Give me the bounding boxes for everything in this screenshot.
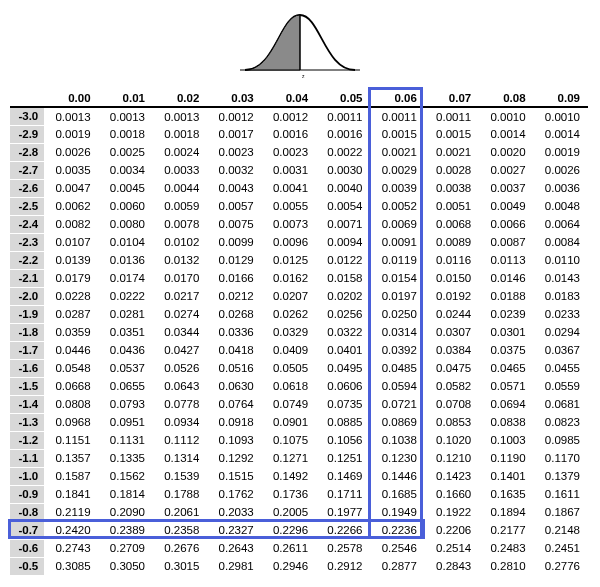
table-cell: 0.0059 (153, 197, 207, 215)
table-cell: 0.1093 (207, 431, 261, 449)
table-row: -0.70.24200.23890.23580.23270.22960.2266… (10, 521, 588, 539)
table-cell: 0.0026 (44, 143, 98, 161)
table-cell: 0.1562 (99, 467, 153, 485)
table-cell: 0.0256 (316, 305, 370, 323)
table-cell: 0.0082 (44, 215, 98, 233)
table-cell: 0.2358 (153, 521, 207, 539)
table-cell: 0.0436 (99, 341, 153, 359)
table-cell: 0.2148 (534, 521, 588, 539)
table-cell: 0.0011 (316, 107, 370, 125)
table-cell: 0.1379 (534, 467, 588, 485)
table-cell: 0.0808 (44, 395, 98, 413)
table-row: -2.10.01790.01740.01700.01660.01620.0158… (10, 269, 588, 287)
table-cell: 0.1314 (153, 449, 207, 467)
table-cell: 0.1003 (479, 431, 533, 449)
table-cell: 0.0078 (153, 215, 207, 233)
table-cell: 0.1038 (370, 431, 424, 449)
table-cell: 0.0015 (425, 125, 479, 143)
row-header: -2.7 (10, 161, 44, 179)
table-cell: 0.0749 (262, 395, 316, 413)
table-row: -1.60.05480.05370.05260.05160.05050.0495… (10, 359, 588, 377)
table-row: -2.20.01390.01360.01320.01290.01250.0122… (10, 251, 588, 269)
row-header: -2.4 (10, 215, 44, 233)
table-cell: 0.1423 (425, 467, 479, 485)
table-cell: 0.0107 (44, 233, 98, 251)
table-row: -3.00.00130.00130.00130.00120.00120.0011… (10, 107, 588, 125)
svg-text:z: z (302, 73, 305, 79)
table-cell: 0.0023 (207, 143, 261, 161)
table-cell: 0.0048 (534, 197, 588, 215)
table-cell: 0.2206 (425, 521, 479, 539)
table-cell: 0.0129 (207, 251, 261, 269)
table-cell: 0.0028 (425, 161, 479, 179)
table-cell: 0.0287 (44, 305, 98, 323)
table-cell: 0.0281 (99, 305, 153, 323)
table-row: -1.80.03590.03510.03440.03360.03290.0322… (10, 323, 588, 341)
col-header: 0.07 (425, 89, 479, 107)
table-cell: 0.2546 (370, 539, 424, 557)
table-cell: 0.0183 (534, 287, 588, 305)
table-cell: 0.0018 (99, 125, 153, 143)
table-cell: 0.2266 (316, 521, 370, 539)
table-cell: 0.1894 (479, 503, 533, 521)
table-cell: 0.0045 (99, 179, 153, 197)
table-cell: 0.0301 (479, 323, 533, 341)
table-cell: 0.0044 (153, 179, 207, 197)
row-header: -2.5 (10, 197, 44, 215)
table-cell: 0.0037 (479, 179, 533, 197)
table-row: -2.30.01070.01040.01020.00990.00960.0094… (10, 233, 588, 251)
table-cell: 0.1515 (207, 467, 261, 485)
table-cell: 0.0062 (44, 197, 98, 215)
row-header: -2.9 (10, 125, 44, 143)
table-cell: 0.0110 (534, 251, 588, 269)
table-cell: 0.0202 (316, 287, 370, 305)
table-cell: 0.0075 (207, 215, 261, 233)
table-row: -2.50.00620.00600.00590.00570.00550.0054… (10, 197, 588, 215)
table-cell: 0.2389 (99, 521, 153, 539)
table-cell: 0.0034 (99, 161, 153, 179)
table-cell: 0.1922 (425, 503, 479, 521)
table-cell: 0.0010 (534, 107, 588, 125)
table-cell: 0.0035 (44, 161, 98, 179)
table-cell: 0.2005 (262, 503, 316, 521)
row-header: -2.1 (10, 269, 44, 287)
row-header: -2.2 (10, 251, 44, 269)
table-cell: 0.0036 (534, 179, 588, 197)
table-cell: 0.1170 (534, 449, 588, 467)
table-cell: 0.2119 (44, 503, 98, 521)
table-cell: 0.1587 (44, 467, 98, 485)
row-header: -1.9 (10, 305, 44, 323)
table-cell: 0.0314 (370, 323, 424, 341)
table-cell: 0.0336 (207, 323, 261, 341)
table-cell: 0.1660 (425, 485, 479, 503)
table-cell: 0.0217 (153, 287, 207, 305)
table-cell: 0.0132 (153, 251, 207, 269)
table-cell: 0.1020 (425, 431, 479, 449)
table-cell: 0.0222 (99, 287, 153, 305)
table-cell: 0.0102 (153, 233, 207, 251)
table-cell: 0.2709 (99, 539, 153, 557)
table-cell: 0.2676 (153, 539, 207, 557)
table-cell: 0.0014 (479, 125, 533, 143)
row-header: -1.3 (10, 413, 44, 431)
table-cell: 0.0026 (534, 161, 588, 179)
table-row: -1.70.04460.04360.04270.04180.04090.0401… (10, 341, 588, 359)
table-cell: 0.0154 (370, 269, 424, 287)
table-cell: 0.1611 (534, 485, 588, 503)
table-cell: 0.0344 (153, 323, 207, 341)
table-row: -2.00.02280.02220.02170.02120.02070.0202… (10, 287, 588, 305)
row-header: -1.7 (10, 341, 44, 359)
table-corner (10, 89, 44, 107)
table-cell: 0.1492 (262, 467, 316, 485)
table-cell: 0.0054 (316, 197, 370, 215)
table-cell: 0.0057 (207, 197, 261, 215)
table-cell: 0.0011 (370, 107, 424, 125)
col-header: 0.04 (262, 89, 316, 107)
table-cell: 0.0207 (262, 287, 316, 305)
table-cell: 0.0027 (479, 161, 533, 179)
table-cell: 0.0505 (262, 359, 316, 377)
table-cell: 0.1841 (44, 485, 98, 503)
table-cell: 0.0099 (207, 233, 261, 251)
table-cell: 0.0017 (207, 125, 261, 143)
table-cell: 0.0150 (425, 269, 479, 287)
